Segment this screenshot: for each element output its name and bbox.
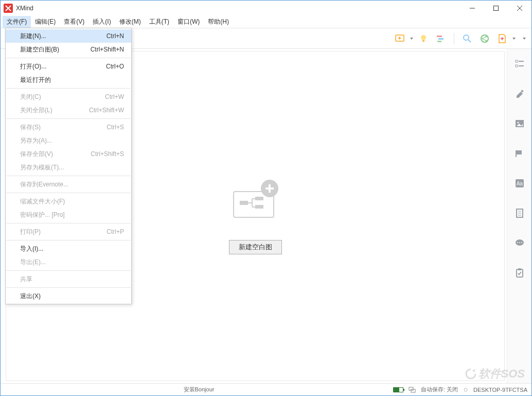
svg-point-46 — [517, 122, 519, 124]
menu-item-label: 新建(N)... — [20, 32, 107, 41]
menu-item-accelerator: Ctrl+N — [107, 32, 124, 40]
menu-separator — [6, 88, 131, 89]
file-menu-item[interactable]: 新建(N)...Ctrl+N — [6, 29, 131, 43]
status-right: 自动保存: 关闭 DESKTOP-9TFCTSA — [393, 386, 527, 393]
svg-rect-44 — [521, 90, 524, 93]
task-icon[interactable] — [514, 267, 525, 279]
menu-item-accelerator: Ctrl+S — [107, 124, 124, 131]
menu-item-label: 打开(O)... — [20, 62, 106, 71]
status-center[interactable]: 安装Bonjour — [5, 386, 393, 393]
close-button[interactable] — [508, 1, 531, 16]
menu-window[interactable]: 窗口(W) — [173, 16, 204, 28]
file-menu-item[interactable]: 退出(X) — [6, 289, 131, 303]
file-menu-item: 保存全部(V)Ctrl+Shift+S — [6, 147, 131, 161]
toolbar-presentation-icon[interactable] — [392, 31, 407, 46]
comments-icon[interactable] — [514, 237, 525, 249]
menu-item-label: 保存到Evernote... — [20, 180, 124, 189]
file-menu-item: 保存到Evernote... — [6, 178, 131, 191]
minimize-button[interactable] — [460, 1, 484, 16]
marker-icon[interactable] — [514, 148, 525, 159]
toolbar-presentation-dropdown[interactable] — [409, 38, 415, 40]
host-label: DESKTOP-9TFCTSA — [473, 387, 527, 393]
notes-icon[interactable] — [514, 208, 525, 219]
menu-modify[interactable]: 修改(M) — [115, 16, 145, 28]
svg-rect-19 — [438, 38, 444, 40]
empty-state-graphic — [229, 178, 281, 219]
menu-help-label: 帮助(H) — [208, 18, 229, 26]
file-menu-item: 保存(S)Ctrl+S — [6, 120, 131, 134]
statusbar: 安装Bonjour 自动保存: 关闭 DESKTOP-9TFCTSA — [1, 383, 531, 395]
menu-item-accelerator: Ctrl+Shift+N — [91, 46, 124, 53]
menu-item-label: 退出(X) — [20, 292, 124, 301]
menu-tools[interactable]: 工具(T) — [145, 16, 173, 28]
svg-point-54 — [517, 242, 518, 243]
svg-rect-40 — [516, 60, 518, 62]
menu-tools-label: 工具(T) — [149, 18, 169, 26]
menu-separator — [6, 240, 131, 240]
menu-view[interactable]: 查看(V) — [60, 16, 88, 28]
toolbar-share-icon[interactable] — [477, 31, 492, 46]
menu-item-accelerator: Ctrl+Shift+W — [89, 107, 124, 114]
side-panel: Aa — [507, 49, 531, 383]
file-menu-item: 密码保护... [Pro] — [6, 208, 131, 221]
menu-item-label: 保存全部(V) — [20, 150, 91, 159]
menu-file[interactable]: 文件(F) — [3, 16, 31, 28]
toolbar-overflow-dropdown[interactable] — [521, 38, 527, 40]
svg-line-28 — [483, 39, 486, 40]
menu-item-label: 共享 — [20, 275, 124, 284]
menu-item-label: 保存(S) — [20, 123, 107, 132]
toolbar-export-dropdown[interactable] — [511, 38, 517, 40]
menu-edit[interactable]: 编辑(E) — [31, 16, 60, 28]
svg-point-55 — [519, 242, 520, 243]
outline-icon[interactable] — [514, 58, 525, 70]
menu-insert[interactable]: 插入(I) — [88, 16, 115, 28]
svg-rect-31 — [255, 197, 263, 200]
menubar: 文件(F) 编辑(E) 查看(V) 插入(I) 修改(M) 工具(T) 窗口(W… — [1, 16, 531, 28]
file-menu-item[interactable]: 最近打开的 — [6, 73, 131, 87]
svg-rect-58 — [518, 268, 521, 270]
menu-separator — [6, 176, 131, 176]
toolbar-idea-icon[interactable] — [416, 31, 431, 46]
menu-item-accelerator: Ctrl+W — [105, 93, 124, 100]
file-menu-item[interactable]: 打开(O)...Ctrl+O — [6, 60, 131, 73]
menu-separator — [6, 58, 131, 58]
menu-item-accelerator: Ctrl+P — [107, 228, 124, 235]
toolbar-search-icon[interactable] — [459, 31, 475, 46]
svg-point-56 — [521, 242, 522, 243]
svg-rect-18 — [437, 36, 442, 37]
menu-view-label: 查看(V) — [64, 18, 84, 26]
svg-rect-42 — [516, 65, 518, 67]
file-menu-item: 导出(E)... — [6, 255, 131, 269]
image-icon[interactable] — [514, 118, 525, 129]
menu-item-label: 最近打开的 — [20, 76, 124, 84]
app-title: XMind — [16, 5, 460, 12]
file-menu-item[interactable]: 新建空白图(B)Ctrl+Shift+N — [6, 43, 131, 56]
toolbar-gantt-icon[interactable] — [433, 31, 449, 46]
maximize-button[interactable] — [484, 1, 508, 16]
titlebar: XMind — [1, 1, 531, 16]
file-menu-item[interactable]: 导入(I)... — [6, 242, 131, 255]
menu-separator — [6, 270, 131, 271]
menu-item-label: 导出(E)... — [20, 258, 124, 267]
window-controls — [460, 1, 531, 16]
host-dot-icon — [463, 387, 468, 392]
menu-item-accelerator: Ctrl+Shift+S — [91, 150, 124, 158]
format-icon[interactable] — [514, 88, 525, 99]
menu-item-label: 缩减文件大小(F) — [20, 197, 124, 206]
menu-item-label: 打印(P) — [20, 228, 107, 236]
menu-item-label: 另存为模板(T)... — [20, 163, 124, 172]
svg-point-16 — [421, 35, 426, 40]
autosave-label[interactable]: 自动保存: 关闭 — [421, 386, 458, 393]
menu-help[interactable]: 帮助(H) — [204, 16, 233, 28]
menu-separator — [6, 118, 131, 119]
create-blank-button[interactable]: 新建空白图 — [229, 240, 282, 254]
svg-rect-32 — [255, 205, 263, 209]
toolbar-export-icon[interactable] — [494, 31, 510, 46]
menu-window-label: 窗口(W) — [178, 18, 200, 26]
menu-item-label: 密码保护... [Pro] — [20, 211, 124, 219]
battery-icon — [393, 387, 403, 392]
menu-edit-label: 编辑(E) — [35, 18, 56, 26]
menu-separator — [6, 223, 131, 223]
font-icon[interactable]: Aa — [514, 178, 525, 189]
file-menu-item: 另存为(A)... — [6, 134, 131, 147]
